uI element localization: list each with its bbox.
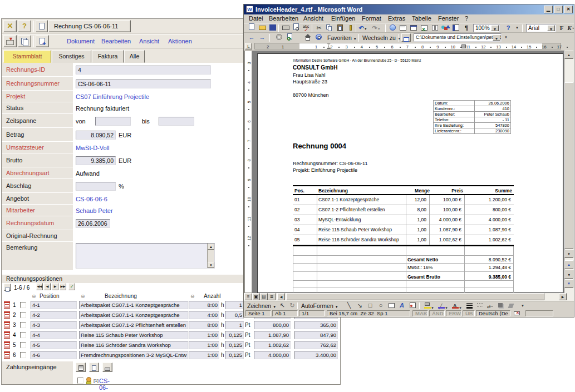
tab-stammblatt[interactable]: Stammblatt — [3, 50, 51, 63]
scroll-up-icon[interactable]: ▲ — [564, 51, 573, 59]
new-document-icon[interactable] — [247, 23, 257, 33]
scroll-up-icon[interactable]: ▲ — [208, 244, 214, 250]
arrow-style-icon[interactable]: ⇄ — [486, 301, 496, 310]
rechnungs-id-input[interactable]: 4 — [76, 66, 211, 75]
address-combo[interactable]: C:\Dokumente und Einstellungen\peter\Des… — [414, 33, 502, 42]
close-button[interactable]: ✕ — [564, 6, 573, 13]
projekt-link[interactable]: CS07 Einführung Projectile — [76, 93, 149, 100]
menu-tabelle[interactable]: Tabelle — [408, 14, 435, 23]
betrag-input[interactable]: 8.090,52 — [76, 131, 116, 140]
row-checkbox[interactable] — [20, 312, 26, 318]
zahlung-copy-button[interactable] — [89, 363, 99, 372]
zahlung-link[interactable]: CS-06-06-11 — [99, 378, 110, 392]
menu-bearbeiten[interactable]: Bearbeiten — [101, 38, 131, 44]
format-painter-icon[interactable] — [346, 23, 356, 33]
help-icon[interactable]: ? — [503, 23, 513, 33]
copy-button[interactable] — [18, 35, 31, 47]
free-rotate-icon[interactable]: ↻ — [287, 301, 297, 310]
line-color-icon[interactable]: ╱▼ — [437, 301, 447, 310]
flag-ueb[interactable]: ÜB — [463, 310, 475, 316]
home-icon[interactable] — [303, 33, 313, 42]
bold-icon[interactable]: F — [558, 23, 566, 33]
rechnungsdatum-input[interactable]: 26.06.2006 — [76, 219, 110, 228]
flag-erw[interactable]: ERW — [446, 310, 461, 316]
select-all-button[interactable]: ✓ — [68, 283, 75, 290]
web-overflow-icon[interactable]: ▼ — [503, 33, 509, 42]
prev-page-button[interactable]: ◀ — [44, 283, 51, 290]
forward-icon[interactable]: → — [257, 33, 267, 42]
oval-icon[interactable]: ○ — [376, 301, 386, 310]
back-icon[interactable]: ← — [247, 33, 257, 42]
insert-table-icon[interactable] — [409, 23, 419, 33]
drawing-icon[interactable] — [440, 23, 450, 33]
window-title-button[interactable]: Rechnung CS-06-06-11 — [48, 20, 131, 32]
cut-icon[interactable]: ✂ — [314, 23, 324, 33]
row-checkbox[interactable] — [20, 302, 26, 308]
row-icon[interactable] — [4, 311, 10, 319]
help-button[interactable]: ? — [18, 20, 31, 32]
row-checkbox[interactable] — [20, 322, 26, 328]
umsatzsteuer-link[interactable]: MwSt-D-Voll — [76, 145, 110, 151]
print-preview-icon[interactable] — [291, 23, 301, 33]
import-button[interactable]: ▼ — [3, 35, 17, 47]
print-layout-icon[interactable]: ▤ — [260, 293, 268, 300]
save-icon[interactable] — [268, 23, 278, 33]
sort-anzahl-icon[interactable]: ⊖ — [190, 294, 195, 299]
flag-mak[interactable]: MAK — [412, 310, 428, 316]
web-layout-icon[interactable]: ▣ — [252, 293, 260, 300]
dash-style-icon[interactable] — [475, 301, 485, 310]
row-icon[interactable] — [4, 321, 10, 329]
close-button[interactable]: ✕ — [3, 20, 17, 32]
line-icon[interactable]: ╲ — [344, 301, 354, 310]
scrollbar-thumb[interactable] — [564, 82, 573, 249]
goto-menu[interactable]: Wechseln zu ▼ — [362, 34, 401, 41]
scroll-down-icon[interactable]: ▼ — [208, 262, 214, 268]
clip-art-icon[interactable] — [407, 301, 417, 310]
minimize-button[interactable]: ▁ — [544, 6, 553, 13]
scroll-down-icon[interactable]: ▼ — [564, 250, 573, 258]
paste-icon[interactable] — [335, 23, 345, 33]
next-page-icon[interactable]: ▼ — [564, 279, 573, 288]
menu-format[interactable]: Format — [358, 14, 385, 23]
arrow-icon[interactable]: ↘ — [355, 301, 365, 310]
angebot-link[interactable]: CS-06-06-6 — [76, 196, 107, 202]
next-page-button[interactable]: ▶ — [52, 283, 58, 290]
bis-input[interactable] — [159, 117, 194, 126]
tab-alle[interactable]: Alle — [124, 50, 145, 63]
menu-ansicht[interactable]: Ansicht — [139, 38, 159, 44]
tab-faktura[interactable]: Faktura — [92, 50, 124, 63]
menu-extras[interactable]: Extras — [384, 14, 409, 23]
font-color-icon[interactable]: A▼ — [451, 301, 461, 310]
favorites-menu[interactable]: Favoriten ▼ — [327, 34, 357, 41]
textarea-scrollbar[interactable]: ▲ ▼ — [207, 244, 214, 268]
hscrollbar-thumb[interactable] — [286, 293, 544, 300]
redo-icon[interactable]: ↷▼ — [371, 23, 381, 33]
vertical-scrollbar[interactable]: ▲ ▼ ▲ ● ▼ — [564, 51, 574, 293]
zoom-dropdown-icon[interactable]: ▼ — [491, 25, 499, 31]
menu-fenster[interactable]: Fenster — [434, 14, 463, 23]
toolbar-overflow-icon[interactable]: ▼ — [514, 23, 520, 33]
rectangle-icon[interactable]: □ — [365, 301, 375, 310]
tab-selector-button[interactable]: L — [245, 43, 252, 49]
horizontal-scrollbar[interactable]: ≡ ▣ ▤ ≣ ◀ ▶ — [244, 293, 574, 301]
prev-page-icon[interactable]: ▲ — [564, 260, 573, 269]
flag-aend[interactable]: ÄND — [429, 310, 445, 316]
sort-bezeichnung-icon[interactable]: ⊖ — [81, 294, 85, 299]
mitarbeiter-link[interactable]: Schaub Peter — [76, 207, 113, 214]
von-input[interactable] — [95, 117, 131, 126]
search-web-icon[interactable] — [313, 33, 323, 42]
wordart-icon[interactable]: A — [397, 301, 407, 310]
row-icon[interactable] — [4, 351, 10, 359]
draw-menu[interactable]: Zeichnen ▼ — [247, 302, 276, 309]
first-page-button[interactable]: ◀◀ — [36, 283, 43, 290]
document-map-icon[interactable] — [451, 23, 461, 33]
normal-view-icon[interactable]: ≡ — [244, 293, 252, 300]
copy-icon[interactable] — [325, 23, 335, 33]
browse-object-icon[interactable]: ● — [564, 270, 573, 279]
open-icon[interactable] — [257, 23, 267, 33]
pager-copy-button[interactable] — [4, 284, 11, 291]
rechnungsnummer-input[interactable]: CS-06-06-11 — [76, 80, 211, 88]
show-paragraph-icon[interactable]: ¶ — [461, 23, 471, 33]
threed-icon[interactable] — [507, 301, 517, 310]
shadow-icon[interactable] — [497, 301, 507, 310]
